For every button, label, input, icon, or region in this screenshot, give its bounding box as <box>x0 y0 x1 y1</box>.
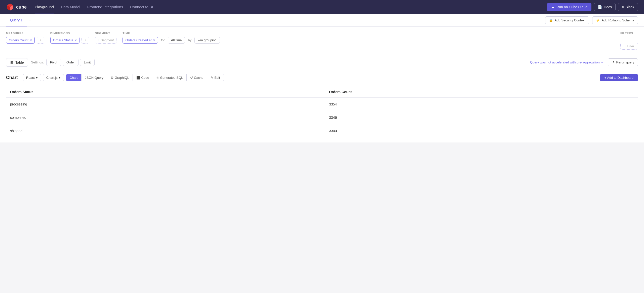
segment-placeholder: Segment <box>101 38 114 42</box>
measures-label: MEASURES <box>6 32 44 35</box>
docs-button[interactable]: 📄 Docs <box>594 3 616 11</box>
cell-count: 3346 <box>325 111 638 124</box>
add-rollup-button[interactable]: ⚡ Add Rollup to Schema <box>592 16 638 24</box>
nav-data-model[interactable]: Data Model <box>61 0 80 14</box>
time-label: TIME <box>123 32 220 35</box>
query-tab-1[interactable]: Query 1 <box>6 14 27 26</box>
table-row: processing3354 <box>6 98 638 111</box>
code-icon: ⬛ <box>136 76 140 80</box>
tab-generated-sql[interactable]: ◎ Generated SQL <box>153 74 187 81</box>
table-header: Orders Status Orders Count <box>6 86 638 98</box>
tab-generated-sql-label: Generated SQL <box>160 76 183 80</box>
orders-count-close-icon[interactable]: × <box>30 39 32 42</box>
navbar: cube Playground Data Model Frontend Inte… <box>0 0 644 14</box>
lock-icon: 🔒 <box>549 18 553 22</box>
rerun-label: Rerun query <box>616 60 634 64</box>
plus-icon: + <box>98 38 100 42</box>
segment-tags: + Segment <box>95 37 117 44</box>
tab-graphiql[interactable]: ⚙ GraphIQL <box>107 74 133 81</box>
slack-button[interactable]: # Slack <box>618 3 638 11</box>
time-tag-label: Orders Created at <box>125 38 151 42</box>
orders-count-label: Orders Count <box>9 38 28 42</box>
add-security-context-button[interactable]: 🔒 Add Security Context <box>545 16 589 24</box>
chart-controls: React ▾ Chart.js ▾ Chart JSON Query ⚙ Gr… <box>23 74 638 81</box>
grouping-select[interactable]: w/o grouping <box>194 37 220 44</box>
add-dimension-button[interactable]: + <box>82 37 89 44</box>
cell-count: 3300 <box>325 124 638 138</box>
tab-chart[interactable]: Chart <box>66 74 82 81</box>
table-btn-label: Table <box>15 60 24 64</box>
time-tag-close-icon[interactable]: × <box>153 39 155 42</box>
table-row: shipped3300 <box>6 124 638 138</box>
add-segment-button[interactable]: + Segment <box>95 37 117 44</box>
main-nav: Playground Data Model Frontend Integrati… <box>35 0 539 14</box>
all-time-select[interactable]: All time <box>168 37 185 44</box>
column-orders-count: Orders Count <box>325 86 638 98</box>
chart-title: Chart <box>6 75 18 80</box>
table-row: completed3346 <box>6 111 638 124</box>
dimensions-tags: Orders Status × + <box>50 37 89 44</box>
react-label: React <box>26 76 35 80</box>
settings-left: ⊞ Table Settings: Pivot Order Limit <box>6 58 96 67</box>
pivot-button[interactable]: Pivot <box>46 59 61 66</box>
cloud-icon: ☁ <box>551 5 554 9</box>
chart-header: Chart React ▾ Chart.js ▾ Chart JSON Quer… <box>6 74 638 81</box>
add-measure-button[interactable]: + <box>37 37 44 44</box>
orders-count-tag[interactable]: Orders Count × <box>6 37 35 44</box>
limit-button[interactable]: Limit <box>80 59 94 66</box>
pre-aggregation-link[interactable]: Query was not accelerated with pre-aggre… <box>530 60 604 64</box>
rerun-query-button[interactable]: ↺ Rerun query <box>608 58 638 66</box>
add-to-dashboard-button[interactable]: + Add to Dashboard <box>600 74 638 81</box>
segment-section: SEGMENT + Segment <box>95 32 117 44</box>
tabs-right: 🔒 Add Security Context ⚡ Add Rollup to S… <box>545 16 638 24</box>
tab-cache[interactable]: ↺ Cache <box>187 74 207 81</box>
nav-playground[interactable]: Playground <box>35 0 54 14</box>
dimensions-section: DIMENSIONS Orders Status × + <box>50 32 89 44</box>
chartjs-dropdown[interactable]: Chart.js ▾ <box>43 74 64 81</box>
data-table: Orders Status Orders Count processing335… <box>6 86 638 137</box>
column-orders-status: Orders Status <box>6 86 325 98</box>
run-on-cube-cloud-label: Run on Cube Cloud <box>556 5 587 9</box>
docs-label: Docs <box>604 5 612 9</box>
cache-icon: ↺ <box>190 76 193 80</box>
filters-section: FILTERS + Filter <box>620 32 638 50</box>
logo-text: cube <box>16 5 27 10</box>
navbar-actions: ☁ Run on Cube Cloud 📄 Docs # Slack <box>547 3 638 11</box>
nav-frontend-integrations[interactable]: Frontend Integrations <box>87 0 123 14</box>
logo: cube <box>6 3 27 11</box>
chart-section: Chart React ▾ Chart.js ▾ Chart JSON Quer… <box>0 69 644 142</box>
orders-status-close-icon[interactable]: × <box>75 39 77 42</box>
chart-tabs: Chart JSON Query ⚙ GraphIQL ⬛ Code ◎ Gen… <box>66 74 224 81</box>
nav-connect-to-bi[interactable]: Connect to BI <box>130 0 153 14</box>
settings-right: Query was not accelerated with pre-aggre… <box>530 58 638 66</box>
tab-code[interactable]: ⬛ Code <box>133 74 153 81</box>
add-filter-button[interactable]: + Filter <box>620 43 638 50</box>
chevron-down-icon: ▾ <box>36 76 38 80</box>
time-tag[interactable]: Orders Created at × <box>123 37 158 44</box>
tabs-left: Query 1 + <box>6 14 33 26</box>
settings-label: Settings: <box>31 60 44 64</box>
tab-json-query[interactable]: JSON Query <box>82 74 107 81</box>
table-view-button[interactable]: ⊞ Table <box>6 58 28 67</box>
tab-chart-label: Chart <box>70 76 78 80</box>
cell-status: completed <box>6 111 325 124</box>
add-tab-button[interactable]: + <box>27 14 33 26</box>
tab-edit[interactable]: ✎ Edit <box>207 74 224 81</box>
time-controls: Orders Created at × for All time by w/o … <box>123 37 220 44</box>
react-dropdown[interactable]: React ▾ <box>23 74 41 81</box>
cell-count: 3354 <box>325 98 638 111</box>
bolt-icon: ⚡ <box>596 18 600 22</box>
plus-icon: + <box>84 38 86 42</box>
dimensions-label: DIMENSIONS <box>50 32 89 35</box>
order-button[interactable]: Order <box>63 59 78 66</box>
for-label: for <box>161 38 165 42</box>
filters-label: FILTERS <box>620 32 638 35</box>
orders-status-tag[interactable]: Orders Status × <box>50 37 79 44</box>
run-on-cube-cloud-button[interactable]: ☁ Run on Cube Cloud <box>547 3 591 11</box>
settings-bar: ⊞ Table Settings: Pivot Order Limit Quer… <box>0 56 644 69</box>
tab-edit-label: Edit <box>214 76 220 80</box>
chevron-down-icon: ▾ <box>59 76 61 80</box>
query-row: MEASURES Orders Count × + DIMENSIONS Ord… <box>6 32 638 50</box>
tabs-bar: Query 1 + 🔒 Add Security Context ⚡ Add R… <box>0 14 644 27</box>
rerun-icon: ↺ <box>612 60 614 64</box>
